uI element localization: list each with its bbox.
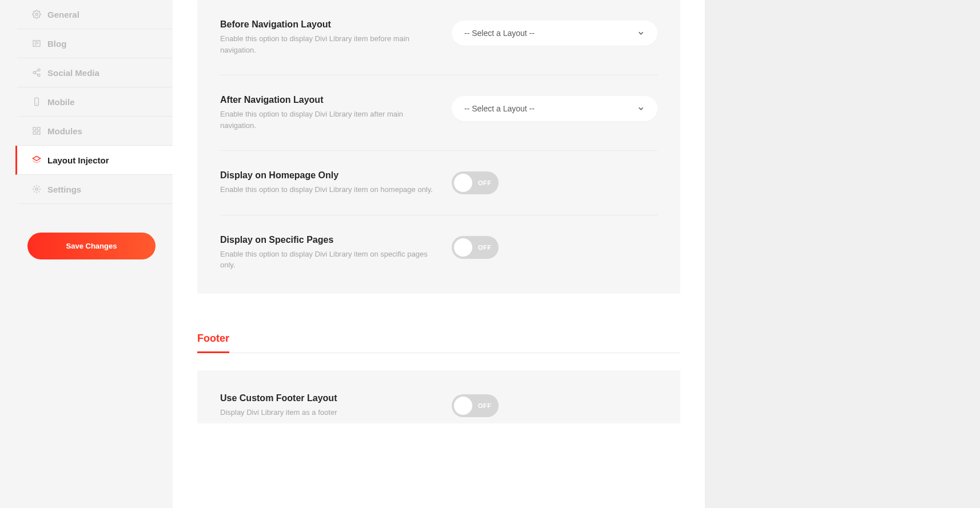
setting-desc: Enable this option to display Divi Libra… <box>220 184 440 195</box>
sidebar-item-mobile[interactable]: Mobile <box>17 87 173 117</box>
after-nav-layout-select[interactable]: -- Select a Layout -- <box>452 96 658 121</box>
sidebar-item-label: Layout Injector <box>47 155 109 165</box>
svg-point-0 <box>35 13 38 15</box>
setting-desc: Enable this option to display Divi Libra… <box>220 249 440 271</box>
sidebar-item-label: General <box>47 10 79 19</box>
setting-homepage-only: Display on Homepage Only Enable this opt… <box>220 151 658 215</box>
setting-after-navigation: After Navigation Layout Enable this opti… <box>220 75 658 151</box>
toggle-label: OFF <box>478 244 492 251</box>
sidebar-item-blog[interactable]: Blog <box>17 29 173 58</box>
setting-specific-pages: Display on Specific Pages Enable this op… <box>220 215 658 271</box>
setting-title: Use Custom Footer Layout <box>220 393 440 403</box>
setting-desc: Enable this option to display Divi Libra… <box>220 33 440 55</box>
sidebar-item-layout-injector[interactable]: Layout Injector <box>15 146 173 175</box>
sidebar-item-modules[interactable]: Modules <box>17 117 173 146</box>
svg-rect-14 <box>33 131 36 134</box>
svg-line-9 <box>35 73 38 75</box>
navigation-panel: Before Navigation Layout Enable this opt… <box>197 0 680 294</box>
svg-rect-13 <box>37 127 40 130</box>
sidebar-item-label: Modules <box>47 126 82 136</box>
sidebar-item-label: Mobile <box>47 97 75 107</box>
setting-desc: Enable this option to display Divi Libra… <box>220 109 440 131</box>
svg-rect-10 <box>35 98 39 105</box>
svg-marker-16 <box>33 156 40 161</box>
toggle-knob <box>454 397 472 415</box>
svg-point-5 <box>38 69 40 71</box>
page-wrap: General Blog Social Media Mobile <box>0 0 980 508</box>
mobile-icon <box>31 97 42 107</box>
share-icon <box>31 67 42 78</box>
footer-panel: Use Custom Footer Layout Display Divi Li… <box>197 370 680 424</box>
svg-line-8 <box>35 70 38 72</box>
layers-icon <box>31 155 42 165</box>
right-gutter <box>705 0 980 508</box>
svg-point-17 <box>35 188 38 190</box>
save-changes-button[interactable]: Save Changes <box>27 233 156 259</box>
sidebar-item-label: Settings <box>47 185 81 194</box>
setting-title: Display on Homepage Only <box>220 170 440 181</box>
footer-section-header: Footer <box>197 333 229 353</box>
main-content: Before Navigation Layout Enable this opt… <box>173 0 705 508</box>
sidebar: General Blog Social Media Mobile <box>0 0 173 508</box>
homepage-only-toggle[interactable]: OFF <box>452 171 499 194</box>
toggle-knob <box>454 238 472 257</box>
toggle-label: OFF <box>478 402 492 409</box>
footer-section-header-row: Footer <box>197 333 680 353</box>
grid-icon <box>31 126 42 136</box>
setting-title: Display on Specific Pages <box>220 235 440 245</box>
sidebar-item-label: Blog <box>47 39 66 49</box>
setting-title: After Navigation Layout <box>220 95 440 105</box>
gear-icon <box>31 9 42 19</box>
cog-icon <box>31 184 42 194</box>
toggle-knob <box>454 174 472 192</box>
chevron-down-icon <box>637 105 645 113</box>
setting-custom-footer: Use Custom Footer Layout Display Divi Li… <box>220 393 658 418</box>
svg-point-7 <box>38 74 40 77</box>
setting-desc: Display Divi Library item as a footer <box>220 407 440 418</box>
specific-pages-toggle[interactable]: OFF <box>452 236 499 259</box>
before-nav-layout-select[interactable]: -- Select a Layout -- <box>452 21 658 46</box>
svg-rect-12 <box>33 127 36 130</box>
newspaper-icon <box>31 38 42 49</box>
sidebar-item-general[interactable]: General <box>17 0 173 29</box>
svg-rect-15 <box>37 131 40 134</box>
setting-title: Before Navigation Layout <box>220 19 440 30</box>
toggle-label: OFF <box>478 179 492 186</box>
custom-footer-toggle[interactable]: OFF <box>452 394 499 417</box>
sidebar-item-social-media[interactable]: Social Media <box>17 58 173 87</box>
select-placeholder: -- Select a Layout -- <box>464 29 535 38</box>
select-placeholder: -- Select a Layout -- <box>464 104 535 113</box>
sidebar-item-settings[interactable]: Settings <box>17 175 173 204</box>
setting-before-navigation: Before Navigation Layout Enable this opt… <box>220 0 658 75</box>
sidebar-item-label: Social Media <box>47 68 99 78</box>
svg-point-6 <box>33 71 35 74</box>
chevron-down-icon <box>637 29 645 37</box>
